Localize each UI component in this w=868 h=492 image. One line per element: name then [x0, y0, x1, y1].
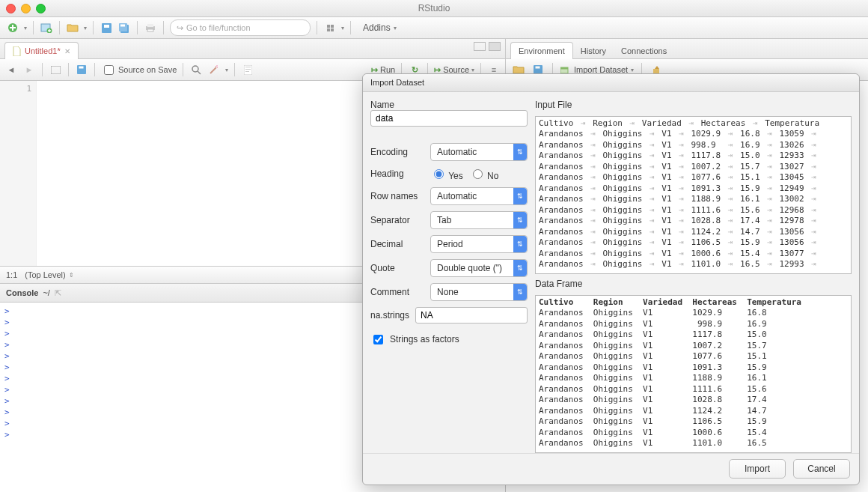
select-arrow-icon: ⇅	[513, 144, 527, 160]
source-tabbar: Untitled1* ✕	[0, 39, 505, 59]
heading-yes-radio[interactable]: Yes	[430, 167, 463, 181]
new-project-button[interactable]	[40, 21, 53, 34]
svg-point-14	[192, 66, 198, 72]
svg-rect-7	[120, 24, 125, 26]
import-dataset-dialog: Import Dataset Name Encoding Automatic⇅ …	[362, 73, 860, 485]
svg-rect-17	[245, 69, 251, 70]
svg-rect-4	[104, 25, 109, 28]
maximize-pane-icon[interactable]	[489, 42, 501, 51]
goto-icon: ↪	[177, 23, 183, 33]
svg-rect-22	[560, 67, 568, 70]
new-file-button[interactable]	[6, 21, 19, 34]
name-input[interactable]	[370, 110, 528, 127]
quote-label: Quote	[370, 263, 424, 273]
rownames-select[interactable]: Automatic⇅	[430, 187, 528, 205]
main-toolbar: ▾ ▾ ↪ Go to file/function ▾ Addins ▾	[0, 17, 868, 39]
console-cwd: ~/	[43, 288, 49, 297]
svg-rect-13	[79, 67, 84, 69]
scope-selector[interactable]: (Top Level) ⇕	[25, 270, 73, 279]
env-tab-history[interactable]: History	[573, 43, 614, 59]
app-title: RStudio	[0, 3, 868, 13]
na-input[interactable]	[415, 307, 528, 324]
titlebar: RStudio	[0, 0, 868, 17]
wand-button[interactable]	[207, 63, 221, 76]
console-popup-icon[interactable]: ⇱	[55, 288, 61, 298]
decimal-select[interactable]: Period⇅	[430, 235, 528, 253]
separator-label: Separator	[370, 215, 424, 225]
cursor-position: 1:1	[6, 270, 17, 279]
svg-rect-3	[102, 23, 111, 33]
rownames-label: Row names	[370, 191, 424, 201]
addins-menu[interactable]: Addins ▾	[363, 22, 397, 33]
env-tabbar: EnvironmentHistoryConnections	[506, 39, 868, 59]
svg-rect-18	[245, 71, 249, 72]
source-tab-untitled1[interactable]: Untitled1* ✕	[4, 42, 79, 59]
env-tab-environment[interactable]: Environment	[510, 42, 573, 59]
separator-select[interactable]: Tab⇅	[430, 211, 528, 229]
document-icon	[13, 46, 21, 56]
na-label: na.strings	[370, 310, 409, 321]
back-button[interactable]: ◄	[4, 63, 18, 76]
input-file-label: Input File	[535, 100, 852, 110]
comment-label: Comment	[370, 287, 424, 297]
name-label: Name	[370, 100, 394, 110]
save-button[interactable]	[100, 21, 113, 34]
encoding-select[interactable]: Automatic⇅	[430, 143, 528, 161]
svg-rect-20	[536, 67, 540, 69]
console-title: Console	[6, 288, 38, 297]
env-tab-connections[interactable]: Connections	[614, 43, 674, 59]
save-all-button[interactable]	[117, 21, 131, 34]
find-button[interactable]	[189, 63, 203, 76]
svg-rect-16	[245, 67, 251, 67]
decimal-label: Decimal	[370, 239, 424, 249]
data-frame-preview[interactable]: Cultivo Region Variedad Hectareas Temper…	[535, 295, 852, 453]
comment-select[interactable]: None⇅	[430, 283, 528, 301]
cancel-button[interactable]: Cancel	[793, 459, 850, 479]
forward-button[interactable]: ►	[22, 63, 36, 76]
report-button[interactable]	[241, 63, 254, 76]
dialog-title: Import Dataset	[363, 74, 859, 92]
show-in-new-window-button[interactable]	[49, 63, 62, 76]
print-button[interactable]	[144, 21, 157, 34]
import-button[interactable]: Import	[729, 459, 786, 479]
chevron-down-icon: ▾	[394, 25, 397, 31]
minimize-pane-icon[interactable]	[474, 42, 486, 51]
data-frame-label: Data Frame	[535, 279, 852, 289]
close-icon[interactable]: ✕	[64, 47, 70, 55]
file-function-search[interactable]: ↪ Go to file/function	[170, 19, 311, 36]
heading-label: Heading	[370, 168, 424, 179]
input-file-preview[interactable]: Cultivo ⇥ Region ⇥ Variedad ⇥ Hectareas …	[535, 116, 852, 274]
svg-rect-9	[147, 24, 153, 27]
svg-rect-11	[51, 66, 61, 74]
encoding-label: Encoding	[370, 147, 424, 157]
heading-no-radio[interactable]: No	[469, 167, 499, 181]
strings-as-factors-checkbox[interactable]: Strings as factors	[370, 332, 528, 347]
file-search-placeholder: Go to file/function	[186, 23, 251, 32]
source-tab-label: Untitled1*	[25, 46, 61, 55]
panes-button[interactable]	[323, 21, 337, 34]
svg-rect-15	[244, 65, 252, 75]
svg-rect-10	[147, 29, 153, 31]
open-file-button[interactable]	[66, 21, 79, 34]
source-on-save-checkbox[interactable]: Source on Save	[101, 63, 177, 77]
editor-gutter: 1	[0, 81, 37, 266]
quote-select[interactable]: Double quote (")⇅	[430, 259, 528, 277]
chevron-down-icon: ▾	[631, 67, 634, 73]
save-source-button[interactable]	[75, 63, 88, 76]
